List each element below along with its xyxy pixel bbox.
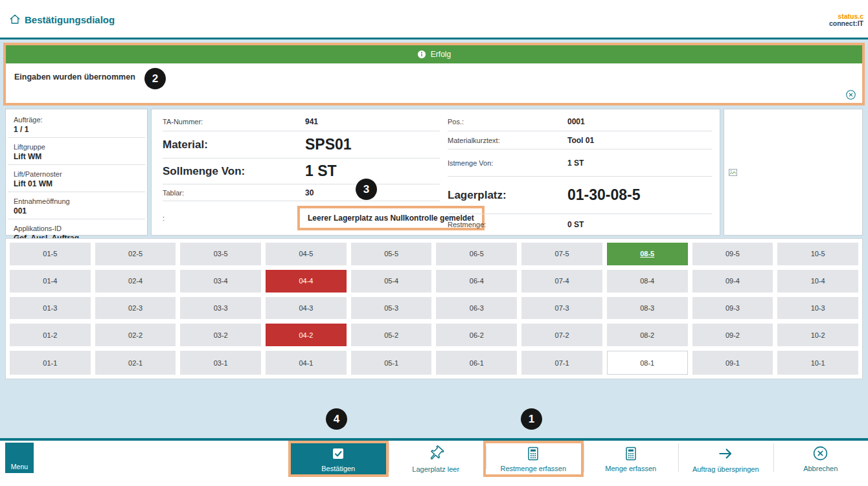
storage-cell-09-1[interactable]: 09-1: [692, 351, 773, 375]
details-right-column: Pos.: 0001 Materialkurztext: Tool 01 Ist…: [448, 112, 712, 235]
row-label: :: [163, 214, 305, 222]
dismiss-message-icon[interactable]: [845, 89, 856, 100]
row-material: Material: SPS01: [163, 131, 440, 159]
storage-cell-10-2[interactable]: 10-2: [777, 324, 858, 346]
location-empty-button[interactable]: Lagerplatz leer: [389, 441, 484, 477]
menu-button-label: Menu: [11, 463, 28, 470]
order-details-panel: TA-Nummer: 941 Material: SPS01 Sollmenge…: [151, 109, 720, 236]
storage-cell-07-2[interactable]: 07-2: [521, 324, 602, 346]
storage-cell-08-4[interactable]: 08-4: [607, 270, 688, 293]
storage-cell-07-1[interactable]: 07-1: [521, 351, 602, 375]
storage-cell-05-4[interactable]: 05-4: [351, 270, 432, 293]
row-nullkontrolle: : Leerer Lagerplatz aus Nullkontrolle ge…: [163, 201, 440, 235]
button-label: Menge erfassen: [605, 465, 656, 472]
capture-remaining-quantity-button[interactable]: Restmenge erfassen: [483, 441, 584, 477]
field-label: Aufträge:: [14, 116, 139, 124]
storage-cell-10-5[interactable]: 10-5: [777, 243, 858, 265]
storage-cell-02-3[interactable]: 02-3: [95, 297, 176, 320]
confirm-button[interactable]: Bestätigen: [288, 441, 389, 477]
storage-cell-03-5[interactable]: 03-5: [180, 243, 261, 265]
row-tablar: Tablar: 30: [163, 184, 440, 201]
action-toolbar: Menu Bestätigen Lagerplatz leer Restmeng…: [0, 438, 868, 486]
storage-cell-01-3[interactable]: 01-3: [10, 297, 91, 320]
pushpin-icon: [428, 445, 444, 462]
row-value: 01-30-08-5: [567, 186, 641, 204]
row-label: Lagerplatz:: [448, 189, 567, 202]
menu-button[interactable]: Menu: [5, 443, 34, 473]
order-info-sidebar: Aufträge: 1 / 1 Liftgruppe Lift WM Lift/…: [5, 109, 148, 236]
header: Bestätigungsdialog status.c connect:IT: [0, 0, 868, 39]
storage-cell-06-2[interactable]: 06-2: [436, 324, 517, 346]
home-icon[interactable]: [9, 14, 21, 28]
storage-cell-08-1[interactable]: 08-1: [607, 351, 688, 375]
annotation-badge-1: 1: [521, 408, 542, 430]
storage-cell-08-3[interactable]: 08-3: [607, 297, 688, 320]
storage-cell-07-5[interactable]: 07-5: [521, 243, 602, 265]
storage-cell-04-3[interactable]: 04-3: [266, 297, 347, 320]
row-restmenge: Restmenge: 0 ST: [448, 214, 712, 235]
storage-cell-03-3[interactable]: 03-3: [180, 297, 261, 320]
cancel-icon: [812, 445, 828, 461]
storage-cell-01-4[interactable]: 01-4: [10, 270, 91, 293]
field-label: Entnahmeöffnung: [14, 197, 139, 205]
storage-cell-08-5[interactable]: 08-5: [607, 243, 688, 265]
storage-cell-09-5[interactable]: 09-5: [692, 243, 773, 265]
field-label: Liftgruppe: [14, 143, 139, 151]
storage-cell-04-2[interactable]: 04-2: [266, 324, 347, 346]
field-lift-paternoster: Lift/Paternoster Lift 01 WM: [8, 165, 145, 192]
row-label: Sollmenge Von:: [163, 165, 305, 178]
field-value: 1 / 1: [14, 125, 139, 134]
storage-cell-02-2[interactable]: 02-2: [95, 324, 176, 346]
storage-cell-03-2[interactable]: 03-2: [180, 324, 261, 346]
storage-cell-09-4[interactable]: 09-4: [692, 270, 773, 293]
annotation-badge-3: 3: [356, 179, 377, 200]
storage-cell-07-4[interactable]: 07-4: [521, 270, 602, 293]
storage-cell-02-4[interactable]: 02-4: [95, 270, 176, 293]
calculator-icon: [525, 446, 541, 461]
storage-cell-05-3[interactable]: 05-3: [351, 297, 432, 320]
storage-cell-09-2[interactable]: 09-2: [692, 324, 773, 346]
storage-cell-06-4[interactable]: 06-4: [436, 270, 517, 293]
row-value: 0 ST: [567, 220, 584, 229]
storage-cell-01-5[interactable]: 01-5: [10, 243, 91, 265]
storage-cell-09-3[interactable]: 09-3: [692, 297, 773, 320]
storage-cell-06-1[interactable]: 06-1: [436, 351, 517, 375]
storage-cell-02-5[interactable]: 02-5: [95, 243, 176, 265]
storage-cell-01-2[interactable]: 01-2: [10, 324, 91, 346]
storage-cell-05-2[interactable]: 05-2: [351, 324, 432, 346]
storage-cell-02-1[interactable]: 02-1: [95, 351, 176, 375]
storage-cell-04-5[interactable]: 04-5: [266, 243, 347, 265]
row-pos: Pos.: 0001: [448, 112, 712, 131]
storage-cell-03-4[interactable]: 03-4: [180, 270, 261, 293]
toolbar-buttons: Bestätigen Lagerplatz leer Restmenge erf…: [288, 441, 868, 477]
storage-cell-05-5[interactable]: 05-5: [351, 243, 432, 265]
success-message-header: Erfolg: [6, 45, 862, 63]
storage-cell-10-4[interactable]: 10-4: [777, 270, 858, 293]
storage-cell-01-1[interactable]: 01-1: [10, 351, 91, 375]
storage-cell-04-4[interactable]: 04-4: [266, 270, 347, 293]
storage-cell-08-2[interactable]: 08-2: [607, 324, 688, 346]
storage-cell-07-3[interactable]: 07-3: [521, 297, 602, 320]
storage-cell-05-1[interactable]: 05-1: [351, 351, 432, 375]
storage-cell-06-5[interactable]: 06-5: [436, 243, 517, 265]
page-title: Bestätigungsdialog: [25, 14, 115, 25]
cancel-button[interactable]: Abbrechen: [773, 441, 868, 477]
field-value: 001: [14, 206, 139, 215]
field-liftgruppe: Liftgruppe Lift WM: [8, 138, 145, 165]
storage-cell-10-1[interactable]: 10-1: [777, 351, 858, 375]
storage-cell-04-1[interactable]: 04-1: [266, 351, 347, 375]
row-istmenge: Istmenge Von: 1 ST: [448, 149, 712, 177]
row-value: 1 ST: [305, 162, 337, 180]
row-value: Tool 01: [567, 136, 594, 145]
field-value: Lift 01 WM: [14, 179, 139, 188]
skip-order-button[interactable]: Auftrag überspringen: [678, 441, 773, 477]
annotation-badge-2: 2: [144, 68, 166, 89]
storage-cell-10-3[interactable]: 10-3: [777, 297, 858, 320]
storage-cell-03-1[interactable]: 03-1: [180, 351, 261, 375]
row-label: Pos.:: [448, 118, 567, 126]
capture-quantity-button[interactable]: Menge erfassen: [584, 441, 679, 477]
field-value: Lift WM: [14, 152, 139, 161]
storage-cell-06-3[interactable]: 06-3: [436, 297, 517, 320]
field-label: Lift/Paternoster: [14, 170, 139, 178]
row-label: Restmenge:: [448, 221, 567, 228]
